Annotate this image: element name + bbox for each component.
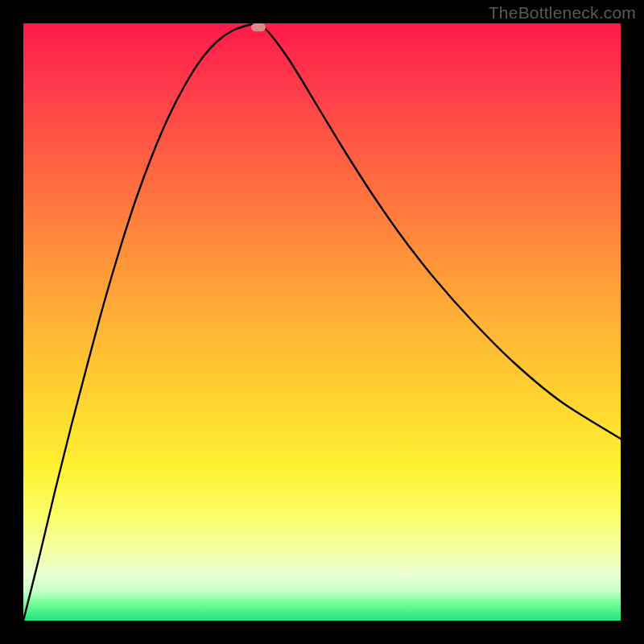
watermark-text: TheBottleneck.com: [489, 3, 636, 23]
curve-left-branch: [23, 23, 258, 621]
curve-right-branch: [258, 23, 621, 439]
plot-frame: [23, 23, 621, 621]
minimum-marker: [251, 23, 266, 31]
bottleneck-curve: [23, 23, 621, 621]
